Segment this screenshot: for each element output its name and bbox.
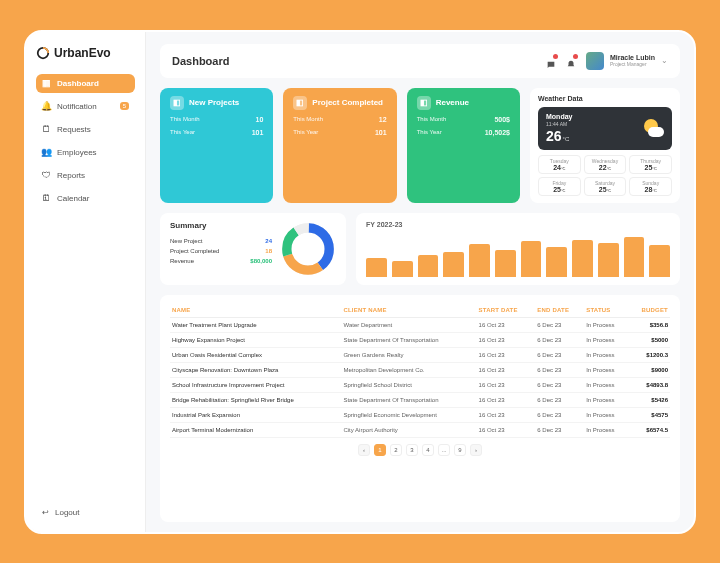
chart-bar — [521, 241, 542, 276]
user-role: Project Manager — [610, 62, 655, 68]
topbar-right: Miracle Lubin Project Manager ⌄ — [546, 52, 668, 70]
summary-row: Summary New Project24Project Completed18… — [160, 213, 680, 285]
stat-icon: ◧ — [170, 96, 184, 110]
table-row[interactable]: School Infrastructure Improvement Projec… — [170, 377, 670, 392]
sidebar-item-label: Requests — [57, 125, 91, 134]
summary-donut — [280, 221, 336, 277]
sidebar-item-employees[interactable]: 👥Employees — [36, 143, 135, 162]
bell-icon — [566, 60, 576, 70]
page-button[interactable]: 2 — [390, 444, 402, 456]
forecast-cell: Tuesday24°C — [538, 155, 581, 174]
table-header[interactable]: Budget — [628, 303, 670, 318]
weather-title: Weather Data — [538, 95, 672, 102]
page-button[interactable]: › — [470, 444, 482, 456]
table-row[interactable]: Highway Expansion ProjectState Departmen… — [170, 332, 670, 347]
pagination: ‹1234...9› — [358, 444, 482, 456]
table-row[interactable]: Industrial Park ExpansionSpringfield Eco… — [170, 407, 670, 422]
logout-button[interactable]: ↩ Logout — [36, 503, 135, 522]
sidebar-item-label: Dashboard — [57, 79, 99, 88]
message-icon — [546, 60, 556, 70]
sidebar-item-notification[interactable]: 🔔Notification5 — [36, 97, 135, 116]
calendar-icon: 🗓 — [42, 194, 51, 203]
sidebar-item-label: Reports — [57, 171, 85, 180]
table-header[interactable]: End Date — [535, 303, 584, 318]
user-menu[interactable]: Miracle Lubin Project Manager ⌄ — [586, 52, 668, 70]
page-button[interactable]: ‹ — [358, 444, 370, 456]
user-meta: Miracle Lubin Project Manager — [610, 54, 655, 67]
table-row[interactable]: Cityscape Renovation: Downtown PlazaMetr… — [170, 362, 670, 377]
chart-bar — [598, 243, 619, 276]
topbar: Dashboard Miracle Lubin Project Manager — [160, 44, 680, 78]
notification-dot — [573, 54, 578, 59]
chart-bar — [418, 255, 439, 277]
brand-name: UrbanEvo — [54, 46, 111, 60]
table-header[interactable]: Start Date — [477, 303, 536, 318]
donut-chart — [280, 221, 336, 277]
chart-bar — [649, 245, 670, 277]
table-header[interactable]: Name — [170, 303, 341, 318]
chart-bar — [366, 258, 387, 277]
main: Dashboard Miracle Lubin Project Manager — [146, 32, 694, 532]
summary-title: Summary — [170, 221, 272, 230]
table-body: Water Treatment Plant UpgradeWater Depar… — [170, 317, 670, 437]
app-window: UrbanEvo ▦Dashboard🔔Notification5🗒Reques… — [24, 30, 696, 534]
forecast-cell: Thursday25°C — [629, 155, 672, 174]
weather-temp: 26°C — [546, 128, 572, 144]
weather-time: 11:44 AM — [546, 121, 572, 127]
chart-bar — [495, 250, 516, 277]
chart-bar — [392, 261, 413, 277]
summary-row: Revenue$80,000 — [170, 256, 272, 266]
weather-sun-icon — [642, 117, 664, 139]
table-header[interactable]: Status — [584, 303, 628, 318]
sidebar-item-label: Employees — [57, 148, 97, 157]
projects-table-card: NameClient NameStart DateEnd DateStatusB… — [160, 295, 680, 522]
summary-left: Summary New Project24Project Completed18… — [170, 221, 272, 277]
chart-bar — [546, 247, 567, 277]
sidebar-item-label: Notification — [57, 102, 97, 111]
summary-card: Summary New Project24Project Completed18… — [160, 213, 346, 285]
table-row[interactable]: Bridge Rehabilitation: Springfield River… — [170, 392, 670, 407]
page-button[interactable]: 3 — [406, 444, 418, 456]
stats-holder: ◧New Projects This Month10 This Year101◧… — [160, 88, 520, 203]
weather-day: Monday — [546, 113, 572, 120]
table-row[interactable]: Airport Terminal ModernizationCity Airpo… — [170, 422, 670, 437]
brand-logo-icon — [36, 46, 50, 60]
notification-dot — [553, 54, 558, 59]
weather-forecast-grid: Tuesday24°CWednesday22°CThursday25°CFrid… — [538, 155, 672, 196]
stats-row: ◧New Projects This Month10 This Year101◧… — [160, 88, 680, 203]
page-button[interactable]: 1 — [374, 444, 386, 456]
stat-card-orange: ◧Project Completed This Month12 This Yea… — [283, 88, 396, 203]
bar-chart-card: FY 2022-23 — [356, 213, 680, 285]
brand: UrbanEvo — [36, 46, 135, 60]
table-row[interactable]: Water Treatment Plant UpgradeWater Depar… — [170, 317, 670, 332]
table-header[interactable]: Client Name — [341, 303, 476, 318]
summary-row: New Project24 — [170, 236, 272, 246]
forecast-cell: Wednesday22°C — [584, 155, 627, 174]
table-row[interactable]: Urban Oasis Residential ComplexGreen Gar… — [170, 347, 670, 362]
stat-title: Revenue — [436, 98, 469, 107]
weather-today: Monday 11:44 AM 26°C — [538, 107, 672, 150]
bell-button[interactable] — [566, 56, 576, 66]
chart-bar — [443, 252, 464, 277]
bar-chart — [366, 232, 670, 277]
nav: ▦Dashboard🔔Notification5🗒Requests👥Employ… — [36, 74, 135, 208]
sidebar-item-calendar[interactable]: 🗓Calendar — [36, 189, 135, 208]
page-button[interactable]: ... — [438, 444, 450, 456]
shield-icon: 🛡 — [42, 171, 51, 180]
grid-icon: ▦ — [42, 79, 51, 88]
sidebar-item-reports[interactable]: 🛡Reports — [36, 166, 135, 185]
summary-rows: New Project24Project Completed18Revenue$… — [170, 236, 272, 266]
weather-card: Weather Data Monday 11:44 AM 26°C Tuesda… — [530, 88, 680, 203]
message-button[interactable] — [546, 56, 556, 66]
chart-bar — [469, 244, 490, 276]
forecast-cell: Friday25°C — [538, 177, 581, 196]
sidebar-item-requests[interactable]: 🗒Requests — [36, 120, 135, 139]
page-button[interactable]: 9 — [454, 444, 466, 456]
summary-row: Project Completed18 — [170, 246, 272, 256]
chart-bar — [572, 240, 593, 277]
page-button[interactable]: 4 — [422, 444, 434, 456]
stat-icon: ◧ — [417, 96, 431, 110]
sidebar-item-dashboard[interactable]: ▦Dashboard — [36, 74, 135, 93]
nav-badge: 5 — [120, 102, 129, 110]
logout-icon: ↩ — [42, 508, 49, 517]
